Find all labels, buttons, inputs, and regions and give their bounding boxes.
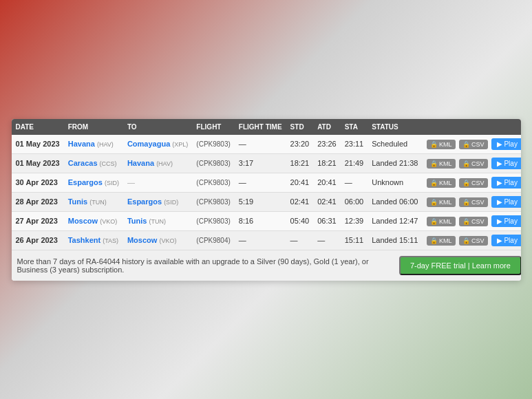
to-airport: Havana (127, 159, 154, 167)
play-button[interactable]: ▶ Play (491, 177, 521, 188)
cell-flight-time: 3:17 (235, 153, 286, 173)
cell-date: 01 May 2023 (12, 153, 64, 173)
cell-from: Tashkent (TAS) (64, 230, 123, 250)
from-airport: Havana (68, 140, 95, 148)
cell-from: Havana (HAV) (64, 135, 123, 154)
col-status: STATUS (368, 119, 422, 135)
csv-button[interactable]: 🔒 CSV (459, 140, 488, 149)
cell-atd: — (313, 230, 341, 250)
cell-sta: 23:11 (341, 135, 368, 154)
cell-std: 23:20 (286, 135, 314, 154)
cell-sta: — (341, 173, 368, 192)
cell-std: 05:40 (286, 211, 314, 230)
csv-button[interactable]: 🔒 CSV (459, 178, 488, 188)
cell-flight-time: — (235, 135, 286, 154)
footer-cell: More than 7 days of RA-64044 history is … (12, 250, 521, 281)
cell-flight: (CPK9804) (192, 230, 234, 250)
cell-from: Espargos (SID) (64, 173, 123, 192)
cell-flight: (CPK9803) (192, 135, 234, 154)
csv-button[interactable]: 🔒 CSV (459, 236, 488, 246)
cell-flight-time: 8:16 (235, 211, 286, 230)
cell-actions: 🔒 KML 🔒 CSV ▶ Play (423, 192, 521, 211)
col-date: DATE (12, 119, 64, 135)
to-code: (SID) (164, 199, 178, 206)
cell-atd: 06:31 (313, 211, 341, 230)
cell-date: 27 Apr 2023 (12, 211, 64, 230)
cell-atd: 23:26 (313, 135, 341, 154)
cell-to: Havana (HAV) (123, 153, 192, 173)
to-dash: — (127, 178, 135, 186)
table-row: 26 Apr 2023 Tashkent (TAS) Moscow (VKO) … (12, 230, 521, 250)
kml-button[interactable]: 🔒 KML (427, 159, 456, 169)
cell-sta: 06:00 (341, 192, 368, 211)
cell-actions: 🔒 KML 🔒 CSV ▶ Play (423, 230, 521, 250)
cell-to: — (123, 173, 192, 192)
col-from: FROM (64, 119, 123, 135)
cell-flight: (CPK9803) (192, 173, 234, 192)
play-button[interactable]: ▶ Play (491, 235, 521, 246)
cell-atd: 18:21 (313, 153, 341, 173)
play-button[interactable]: ▶ Play (491, 196, 521, 208)
play-button[interactable]: ▶ Play (491, 215, 521, 227)
flight-history-table: DATE FROM TO FLIGHT FLIGHT TIME STD ATD … (12, 119, 521, 281)
table-row: 01 May 2023 Caracas (CCS) Havana (HAV) (… (12, 153, 521, 173)
csv-button[interactable]: 🔒 CSV (459, 159, 488, 169)
cell-atd: 02:41 (313, 192, 341, 211)
cell-status: Landed 12:47 (368, 211, 422, 230)
to-code: (HAV) (156, 160, 173, 167)
cell-atd: 20:41 (313, 173, 341, 192)
from-airport: Tashkent (68, 236, 100, 244)
footer-text: More than 7 days of RA-64044 history is … (17, 257, 399, 274)
col-flight: FLIGHT (192, 119, 234, 135)
from-airport: Tunis (68, 197, 88, 206)
cell-std: 18:21 (286, 153, 314, 173)
to-airport: Tunis (127, 217, 147, 225)
cell-flight: (CPK9803) (192, 192, 234, 211)
cell-status: Landed 21:38 (368, 153, 422, 173)
cell-status: Unknown (368, 173, 422, 192)
cell-status: Landed 15:11 (368, 230, 422, 250)
csv-button[interactable]: 🔒 CSV (459, 197, 488, 207)
cell-std: 02:41 (286, 192, 314, 211)
col-std: STD (286, 119, 314, 135)
cell-flight: (CPK9803) (192, 211, 234, 230)
kml-button[interactable]: 🔒 KML (427, 217, 456, 226)
from-code: (TUN) (89, 199, 107, 206)
trial-button[interactable]: 7-day FREE trial | Learn more (399, 256, 521, 275)
csv-button[interactable]: 🔒 CSV (459, 217, 488, 226)
from-code: (SID) (105, 180, 119, 186)
from-code: (HAV) (97, 141, 114, 148)
cell-date: 28 Apr 2023 (12, 192, 64, 211)
kml-button[interactable]: 🔒 KML (427, 236, 456, 246)
cell-actions: 🔒 KML 🔒 CSV ▶ Play (423, 153, 521, 173)
from-airport: Caracas (68, 159, 98, 167)
cell-to: Comayagua (XPL) (123, 135, 192, 154)
table-header: DATE FROM TO FLIGHT FLIGHT TIME STD ATD … (12, 119, 521, 135)
cell-std: — (286, 230, 314, 250)
cell-sta: 21:49 (341, 153, 368, 173)
cell-date: 26 Apr 2023 (12, 230, 64, 250)
kml-button[interactable]: 🔒 KML (427, 140, 456, 149)
to-airport: Espargos (127, 197, 162, 206)
col-to: TO (123, 119, 192, 135)
table-row: 27 Apr 2023 Moscow (VKO) Tunis (TUN) (CP… (12, 211, 521, 230)
from-airport: Espargos (68, 178, 103, 186)
kml-button[interactable]: 🔒 KML (427, 178, 456, 188)
table-row: 28 Apr 2023 Tunis (TUN) Espargos (SID) (… (12, 192, 521, 211)
to-airport: Comayagua (127, 140, 170, 148)
col-atd: ATD (313, 119, 341, 135)
cell-from: Tunis (TUN) (64, 192, 123, 211)
cell-sta: 12:39 (341, 211, 368, 230)
kml-button[interactable]: 🔒 KML (427, 197, 456, 207)
cell-std: 20:41 (286, 173, 314, 192)
from-code: (CCS) (100, 160, 117, 167)
cell-date: 30 Apr 2023 (12, 173, 64, 192)
col-actions (423, 119, 521, 135)
cell-from: Moscow (VKO) (64, 211, 123, 230)
cell-actions: 🔒 KML 🔒 CSV ▶ Play (423, 211, 521, 230)
cell-to: Moscow (VKO) (123, 230, 192, 250)
play-button[interactable]: ▶ Play (491, 138, 521, 150)
play-button[interactable]: ▶ Play (491, 158, 521, 169)
cell-flight-time: — (235, 230, 286, 250)
cell-from: Caracas (CCS) (64, 153, 123, 173)
